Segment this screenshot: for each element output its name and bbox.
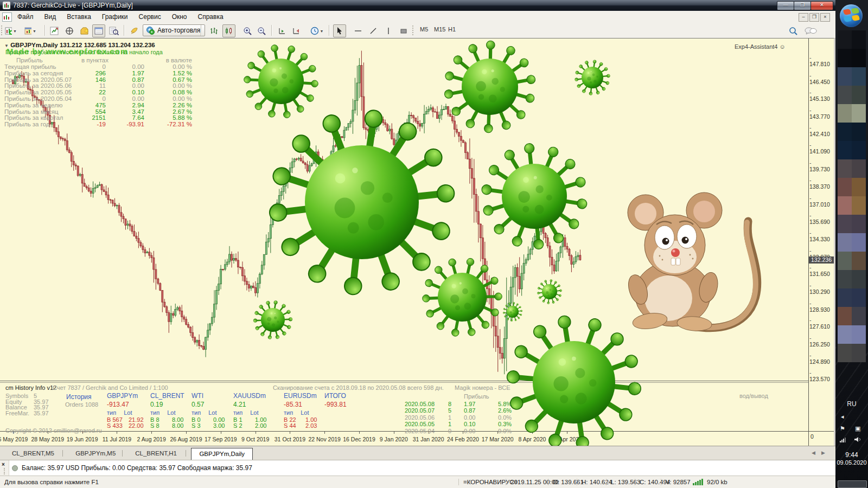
menu-item-1[interactable]: Файл: [12, 11, 39, 22]
profit-table-header: Прибыльв пунктахв валюте: [4, 57, 200, 63]
new-chart-icon[interactable]: ▼: [4, 24, 17, 37]
taskbar-thumbnail[interactable]: [838, 49, 866, 67]
candlestick-icon[interactable]: [222, 24, 235, 37]
date-tick-mark: [151, 432, 152, 434]
mdi-restore-icon[interactable]: ❐: [809, 13, 819, 22]
terminal-icon[interactable]: [92, 24, 105, 37]
toolbar-grip[interactable]: [1, 25, 4, 35]
strategy-tester-icon[interactable]: [107, 24, 120, 37]
auto-scroll-icon[interactable]: [290, 24, 303, 37]
market-watch-icon[interactable]: [48, 24, 61, 37]
rectangle-tool-icon[interactable]: [397, 24, 410, 37]
taskbar-thumbnails[interactable]: [838, 30, 866, 362]
taskbar-thumbnail[interactable]: [838, 67, 866, 86]
taskbar-thumbnail[interactable]: [838, 86, 866, 104]
zoom-out-icon[interactable]: [255, 24, 268, 37]
taskbar-thumbnail[interactable]: [838, 233, 866, 252]
profit-table-row: Прибыль за 2020.05.05220.100.08 %: [4, 89, 200, 95]
price-tick: - 130.290: [809, 282, 833, 295]
symbol-total: 0.19: [150, 401, 163, 408]
periods-icon[interactable]: ▼: [307, 24, 327, 37]
bar-chart-icon[interactable]: [207, 24, 220, 37]
tabs-scroll-right-icon[interactable]: ▶: [821, 450, 825, 455]
symbol-name: CL_BRENT: [150, 392, 184, 400]
taskbar-thumbnail[interactable]: [838, 141, 866, 159]
tab-gbpjpym-m5[interactable]: GBPJPYm,M5: [68, 448, 123, 460]
taskbar-thumbnail[interactable]: [838, 307, 866, 325]
sell-row: S 442.03: [284, 422, 317, 429]
timeframe-m5[interactable]: M5: [418, 25, 430, 33]
taskbar-clock[interactable]: 9:44 09.05.2020: [835, 451, 868, 466]
taskbar-thumbnail[interactable]: [838, 30, 866, 49]
menu-item-4[interactable]: Графики: [97, 11, 133, 22]
language-indicator[interactable]: RU: [835, 400, 868, 408]
symbol-name: ИТОГО: [324, 392, 346, 400]
terminal-close-icon[interactable]: ×: [2, 461, 5, 467]
timeframe-m15[interactable]: M15: [432, 25, 448, 33]
menu-item-6[interactable]: Окно: [167, 11, 193, 22]
taskbar-thumbnail[interactable]: [838, 196, 866, 215]
restore-button[interactable]: ❐: [794, 1, 811, 10]
search-icon[interactable]: [787, 24, 800, 37]
taskbar-thumbnail[interactable]: [838, 344, 866, 362]
chart-window-icon[interactable]: [2, 12, 12, 22]
trendline-icon[interactable]: [367, 24, 380, 37]
menu-item-7[interactable]: Справка: [193, 11, 229, 22]
terminal-grip[interactable]: [4, 468, 6, 474]
menu-item-5[interactable]: Сервис: [133, 11, 167, 22]
mdi-minimize-icon[interactable]: –: [799, 13, 808, 22]
price-tick: - 137.010: [809, 195, 833, 208]
tab-gbpjpym-daily[interactable]: GBPJPYm,Daily: [191, 448, 253, 460]
mdi-close-icon[interactable]: ×: [820, 13, 830, 22]
taskbar-thumbnail[interactable]: [838, 270, 866, 288]
data-window-icon[interactable]: [63, 24, 76, 37]
navigator-icon[interactable]: [78, 24, 91, 37]
tab-cl-brent-h1[interactable]: CL_BRENT,H1: [127, 448, 184, 460]
tray-flag-icon[interactable]: ⚑: [840, 425, 845, 432]
tray-window-icon[interactable]: ▣: [855, 425, 860, 432]
traffic-indicator: 92/0 kb: [693, 479, 727, 485]
date-tick-mark: [324, 432, 325, 434]
zoom-in-icon[interactable]: [241, 24, 254, 37]
vertical-line-icon[interactable]: [382, 24, 395, 37]
chart-window[interactable]: ▼ GBPJPYm,Daily 131.212 132.685 131.204 …: [0, 38, 834, 446]
taskbar-thumbnail[interactable]: [838, 252, 866, 270]
menu-item-3[interactable]: Вставка: [61, 11, 97, 22]
crosshair-line-icon[interactable]: [352, 24, 365, 37]
cursor-icon[interactable]: [333, 24, 346, 37]
menu-item-2[interactable]: Вид: [39, 11, 62, 22]
chart-shift-icon[interactable]: [276, 24, 289, 37]
price-tick: - 145.130: [809, 89, 833, 102]
show-desktop-button[interactable]: [838, 480, 867, 488]
auto-trading-button[interactable]: Авто-торговля: [143, 24, 205, 36]
smiley-icon: ☺: [780, 43, 786, 50]
price-tick: - 143.770: [809, 107, 833, 120]
chat-icon[interactable]: [802, 24, 819, 37]
taskbar-thumbnail[interactable]: [838, 123, 866, 141]
tray-volume-icon[interactable]: [854, 436, 861, 444]
taskbar-thumbnail[interactable]: [838, 178, 866, 196]
start-button[interactable]: [840, 4, 863, 27]
tab-cl-brent-m5[interactable]: CL_BRENT,M5: [4, 448, 62, 460]
date-tick-mark: [290, 432, 290, 434]
mt4-window: 7837: GerchikCo-Live - [GBPJPYm,Daily] —…: [0, 0, 835, 488]
profiles-icon[interactable]: ▼: [24, 24, 37, 37]
taskbar-thumbnail[interactable]: [838, 104, 866, 123]
tabs-scroll-left-icon[interactable]: ◀: [812, 450, 815, 455]
taskbar-thumbnail[interactable]: [838, 325, 866, 344]
app-icon: [3, 2, 10, 9]
daily-cell: 1: [448, 421, 459, 427]
tray-hidden-icons[interactable]: ◂: [841, 413, 844, 420]
price-tick: - 131.650: [809, 264, 833, 277]
history-panel-title: cm History Info v12: [5, 384, 56, 391]
new-order-icon[interactable]: [128, 24, 141, 37]
timeframe-h1[interactable]: H1: [446, 25, 458, 33]
taskbar-thumbnail[interactable]: [838, 159, 866, 178]
taskbar-thumbnail[interactable]: [838, 288, 866, 307]
tray-network-icon[interactable]: [840, 437, 847, 444]
traffic-bars-icon: [693, 479, 705, 485]
minimize-button[interactable]: —: [777, 1, 794, 10]
taskbar-thumbnail[interactable]: [838, 215, 866, 233]
close-button[interactable]: ✕: [810, 1, 833, 10]
price-scale-divider: [808, 38, 809, 446]
